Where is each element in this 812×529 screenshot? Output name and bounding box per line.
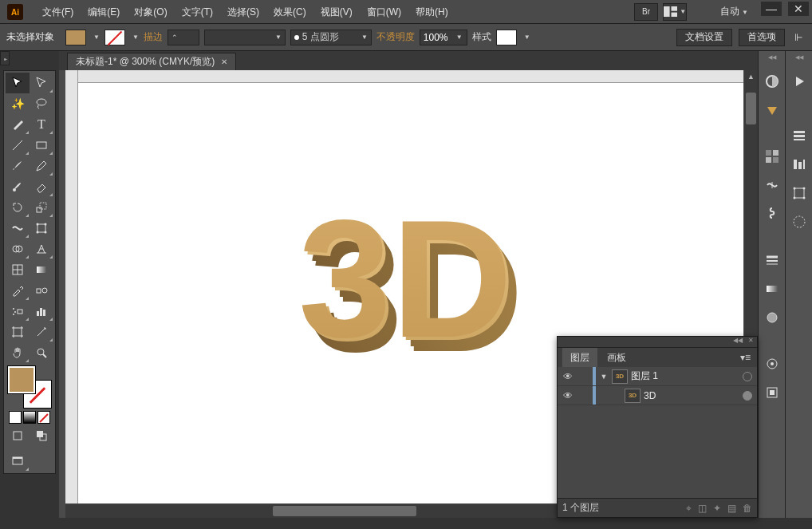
stroke-panel-icon[interactable] — [763, 251, 782, 270]
free-transform-tool[interactable] — [30, 218, 53, 239]
menu-view[interactable]: 视图(V) — [313, 1, 360, 23]
opacity-field[interactable]: ▼ — [420, 30, 467, 45]
workspace-switcher[interactable]: 自动▼ — [712, 5, 756, 18]
artwork-3d-text[interactable]: 3D 3D 3D 3D — [287, 192, 534, 402]
menu-select[interactable]: 选择(S) — [220, 1, 266, 23]
target-icon[interactable] — [743, 391, 752, 401]
symbols-panel-icon[interactable] — [763, 204, 782, 223]
width-tool[interactable] — [6, 218, 30, 239]
menu-edit[interactable]: 编辑(E) — [81, 1, 127, 23]
hand-tool[interactable] — [6, 342, 30, 363]
eraser-tool[interactable] — [30, 176, 53, 197]
draw-mode-behind[interactable] — [30, 425, 53, 446]
tab-artboards[interactable]: 画板 — [599, 348, 634, 368]
slice-tool[interactable] — [30, 322, 53, 342]
blend-tool[interactable] — [30, 280, 53, 301]
menu-help[interactable]: 帮助(H) — [408, 1, 455, 23]
artboard-tool[interactable] — [6, 322, 30, 342]
new-layer-icon[interactable]: ▤ — [727, 503, 736, 514]
layers-list[interactable]: 👁 ▼ 3D 图层 1 👁 3D 3D — [558, 367, 757, 498]
pen-tool[interactable] — [6, 114, 30, 135]
lasso-tool[interactable] — [30, 93, 53, 114]
graphic-style-swatch[interactable] — [496, 30, 517, 45]
window-minimize-icon[interactable]: — — [761, 2, 782, 16]
stroke-weight-field[interactable]: ⌃▼ — [168, 30, 199, 45]
pathfinder-panel-icon[interactable] — [790, 212, 809, 231]
transparency-panel-icon[interactable] — [763, 308, 782, 327]
bridge-icon[interactable]: Br — [634, 3, 658, 21]
direct-selection-tool[interactable] — [30, 73, 53, 93]
scale-tool[interactable] — [30, 197, 53, 218]
scroll-thumb-horizontal[interactable] — [273, 506, 416, 516]
rotate-tool[interactable] — [6, 197, 30, 218]
create-sublayer-icon[interactable]: ✦ — [713, 503, 721, 514]
menu-window[interactable]: 窗口(W) — [360, 1, 408, 23]
color-mode-none[interactable] — [37, 411, 50, 424]
fill-color-icon[interactable] — [8, 366, 35, 393]
column-graph-tool[interactable] — [30, 301, 53, 322]
menu-file[interactable]: 文件(F) — [35, 1, 81, 23]
line-tool[interactable] — [6, 135, 30, 156]
preferences-button[interactable]: 首选项 — [739, 29, 785, 46]
graphic-styles-panel-icon[interactable] — [763, 383, 782, 402]
swatches-panel-icon[interactable] — [763, 147, 782, 166]
zoom-tool[interactable] — [30, 342, 53, 363]
make-clipping-mask-icon[interactable]: ◫ — [698, 503, 707, 514]
window-resize-grip[interactable] — [801, 518, 812, 529]
blob-brush-tool[interactable] — [6, 176, 30, 197]
essentials-play-icon[interactable] — [790, 72, 809, 91]
color-mode-gradient[interactable] — [23, 411, 36, 424]
align-panel-icon[interactable] — [790, 155, 809, 174]
visibility-toggle-icon[interactable]: 👁 — [561, 390, 575, 401]
tab-layers[interactable]: 图层 — [562, 348, 597, 368]
layer-name[interactable]: 3D — [644, 390, 739, 401]
scroll-up-icon[interactable]: ▲ — [744, 70, 758, 83]
eyedropper-tool[interactable] — [6, 280, 30, 301]
fill-swatch[interactable] — [65, 30, 86, 45]
paintbrush-tool[interactable] — [6, 156, 30, 176]
brush-definition[interactable]: 5 点圆形▼ — [290, 30, 372, 45]
selection-tool[interactable] — [6, 73, 30, 93]
perspective-grid-tool[interactable] — [30, 239, 53, 259]
visibility-toggle-icon[interactable]: 👁 — [561, 371, 575, 382]
dock-expand-left-icon[interactable] — [0, 51, 10, 65]
menu-object[interactable]: 对象(O) — [127, 1, 174, 23]
opacity-input[interactable] — [424, 32, 451, 43]
window-close-icon[interactable]: ✕ — [788, 2, 809, 16]
draw-mode-normal[interactable] — [6, 425, 30, 446]
arrange-docs-icon[interactable]: ▼ — [663, 3, 687, 21]
stroke-swatch[interactable] — [104, 30, 125, 45]
layers-panel[interactable]: ◀◀ ✕ 图层 画板 ▾≡ 👁 ▼ 3D 图层 1 👁 3D 3D 1 个图层 … — [557, 336, 758, 518]
mesh-tool[interactable] — [6, 259, 30, 280]
align-icon[interactable]: ⊩ — [791, 32, 806, 43]
var-width-profile[interactable]: ▼ — [204, 30, 286, 45]
shape-builder-tool[interactable] — [6, 239, 30, 259]
transform-panel-icon[interactable] — [790, 184, 809, 203]
scroll-thumb-vertical[interactable] — [746, 93, 756, 124]
gradient-panel-icon[interactable] — [763, 279, 782, 298]
delete-layer-icon[interactable]: 🗑 — [743, 503, 752, 514]
target-icon[interactable] — [743, 372, 752, 381]
menu-type[interactable]: 文字(T) — [175, 1, 220, 23]
ruler-horizontal[interactable] — [78, 70, 743, 83]
screen-mode[interactable] — [6, 451, 30, 472]
ruler-vertical[interactable] — [65, 70, 78, 503]
locate-object-icon[interactable]: ⌖ — [686, 503, 692, 514]
color-mode-solid[interactable] — [9, 411, 22, 424]
gradient-tool[interactable] — [30, 259, 53, 280]
pencil-tool[interactable] — [30, 156, 53, 176]
color-guide-panel-icon[interactable] — [763, 101, 782, 120]
layer-row[interactable]: 👁 3D 3D — [558, 386, 757, 405]
document-tab[interactable]: 未标题-1* @ 300% (CMYK/预览) ✕ — [67, 53, 236, 70]
fill-stroke-proxy[interactable] — [8, 366, 51, 408]
menu-effect[interactable]: 效果(C) — [266, 1, 313, 23]
libraries-panel-icon[interactable] — [790, 126, 809, 145]
dock-collapse-icon[interactable]: ◀◀ — [760, 54, 784, 65]
dock-collapse-icon-2[interactable]: ◀◀ — [787, 54, 811, 65]
layer-name[interactable]: 图层 1 — [631, 369, 739, 383]
magic-wand-tool[interactable]: ✨ — [6, 93, 30, 114]
close-tab-icon[interactable]: ✕ — [221, 57, 227, 66]
symbol-sprayer-tool[interactable] — [6, 301, 30, 322]
appearance-panel-icon[interactable] — [763, 354, 782, 373]
color-panel-icon[interactable] — [763, 72, 782, 91]
